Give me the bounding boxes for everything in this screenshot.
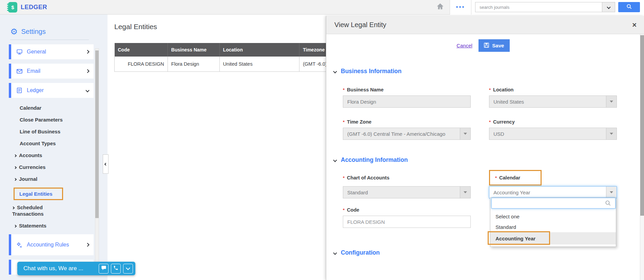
chevron-right-icon (85, 243, 89, 246)
section-title: Business Information (341, 68, 402, 75)
chart-of-accounts-label: * Chart of Accounts (343, 175, 389, 180)
required-marker: * (489, 87, 491, 92)
chevron-left-icon (104, 163, 107, 165)
section-accounting-information[interactable]: Accounting Information (334, 156, 640, 164)
dropdown-arrow-icon (460, 187, 470, 198)
table-header-row: Code Business Name Location Timezone (115, 43, 360, 57)
submenu-item-currencies[interactable]: Currencies (0, 164, 108, 170)
submenu-item-close-parameters[interactable]: Close Parameters (0, 116, 108, 123)
settings-sidebar: ⚙ Settings General Email Ledger (0, 15, 108, 280)
sidebar-item-label: General (23, 49, 86, 55)
submenu-item-label: Statements (19, 223, 46, 229)
gear-icon: ⚙ (10, 27, 18, 36)
search-scope-dropdown[interactable] (602, 2, 615, 12)
submenu-item-scheduled-transactions[interactable]: Scheduled Transactions (0, 204, 64, 217)
submenu-item-statements[interactable]: Statements (0, 222, 108, 229)
sidebar-item-email[interactable]: Email (9, 64, 94, 79)
field-label: Currency (493, 119, 515, 125)
submenu-item-label: Journal (19, 176, 37, 182)
chat-message-button[interactable] (99, 264, 109, 274)
sidebar-collapse-handle[interactable] (103, 154, 109, 174)
dropdown-search-input[interactable] (491, 198, 616, 209)
chat-phone-button[interactable] (111, 264, 121, 274)
time-zone-select[interactable]: (GMT -6.0) Central Time - America/Chicag… (343, 128, 471, 140)
sidebar-item-general[interactable]: General (9, 44, 94, 59)
close-icon[interactable]: × (632, 22, 637, 28)
sidebar-item-ledger[interactable]: Ledger (9, 83, 94, 98)
submenu-item-label: Currencies (19, 164, 45, 170)
app-window: $ LEDGER ••• (0, 0, 644, 280)
chevron-right-icon (14, 225, 17, 228)
search-button[interactable] (618, 2, 640, 12)
submenu-item-line-of-business[interactable]: Line of Business (0, 128, 108, 135)
section-business-information[interactable]: Business Information (334, 68, 640, 75)
select-value: (GMT -6.0) Central Time - America/Chicag… (347, 131, 445, 137)
column-header-business-name[interactable]: Business Name (168, 43, 219, 57)
save-button[interactable]: Save (479, 39, 510, 52)
dropdown-option-standard[interactable]: Standard (490, 222, 616, 232)
field-label: Location (493, 87, 513, 92)
chevron-down-icon (607, 5, 610, 9)
sidebar-item-label: Accounting Rules (23, 242, 86, 248)
search-box (475, 2, 615, 12)
field-label: Calendar (499, 175, 520, 180)
sidebar-scrollbar[interactable] (95, 48, 99, 268)
floppy-disk-icon (484, 43, 489, 49)
section-configuration[interactable]: Configuration (334, 249, 640, 256)
ledger-logo-icon: $ (8, 2, 17, 13)
select-value: USD (493, 131, 504, 137)
settings-header: ⚙ Settings (10, 27, 108, 36)
submenu-item-accounts[interactable]: Accounts (0, 152, 108, 158)
panel-title: View Legal Entity (334, 21, 632, 29)
home-button[interactable] (431, 2, 450, 12)
submenu-item-label: Accounts (19, 152, 42, 158)
panel-scrollbar[interactable] (640, 34, 644, 280)
sidebar-item-accounting-rules[interactable]: Accounting Rules (9, 234, 94, 255)
chevron-right-icon (85, 50, 89, 53)
brand-name: LEDGER (21, 4, 47, 11)
envelope-icon (15, 68, 23, 74)
chart-of-accounts-select[interactable]: Standard (343, 186, 471, 198)
column-header-code[interactable]: Code (115, 43, 168, 57)
chat-minimize-button[interactable] (123, 264, 133, 274)
location-label: * Location (489, 87, 617, 92)
code-label: * Code (343, 207, 471, 213)
panel-header: View Legal Entity × (326, 16, 644, 34)
chevron-right-icon (12, 207, 15, 209)
business-name-input[interactable] (343, 95, 471, 108)
table-row[interactable]: FLORA DESIGN Flora Design United States … (115, 57, 360, 72)
ledger-submenu: Calendar Close Parameters Line of Busine… (0, 105, 108, 182)
submenu-item-account-types[interactable]: Account Types (0, 140, 108, 147)
calendar-select[interactable]: Accounting Year (489, 186, 617, 198)
accounting-information-fields: * Chart of Accounts * Calendar (343, 170, 617, 228)
calendar-label-highlight: * Calendar (489, 170, 542, 186)
ledger-submenu-continued: Scheduled Transactions Statements (0, 204, 108, 229)
home-icon (436, 2, 445, 12)
submenu-item-label: Legal Entities (19, 191, 53, 197)
gear-list-icon (15, 242, 23, 248)
currency-select[interactable]: USD (489, 128, 617, 140)
submenu-item-label: Scheduled Transactions (12, 204, 44, 217)
submenu-item-journal[interactable]: Journal (0, 176, 108, 182)
dropdown-option-select-one[interactable]: Select one (490, 211, 616, 222)
column-header-location[interactable]: Location (219, 43, 299, 57)
panel-scrollbar-thumb[interactable] (640, 35, 644, 216)
dropdown-option-label: Accounting Year (495, 236, 535, 241)
code-input[interactable] (343, 216, 471, 228)
location-select[interactable]: United States (489, 95, 617, 108)
settings-title: Settings (21, 28, 45, 36)
more-apps-button[interactable]: ••• (450, 0, 471, 15)
submenu-item-legal-entities-highlighted[interactable]: Legal Entities (14, 188, 63, 200)
chevron-down-icon (333, 158, 337, 162)
business-name-label: * Business Name (343, 87, 471, 92)
cancel-link[interactable]: Cancel (456, 43, 472, 48)
brand[interactable]: $ LEDGER (0, 2, 47, 13)
submenu-item-calendar[interactable]: Calendar (0, 105, 108, 111)
business-information-fields: * Business Name * Location United States (343, 87, 617, 140)
chevron-right-icon (14, 154, 17, 157)
time-zone-label: * Time Zone (343, 119, 471, 125)
search-input[interactable] (475, 2, 602, 12)
sidebar-scrollbar-thumb[interactable] (95, 50, 99, 218)
dropdown-option-accounting-year-selected[interactable]: Accounting Year (490, 232, 616, 244)
chevron-down-icon (85, 88, 89, 92)
